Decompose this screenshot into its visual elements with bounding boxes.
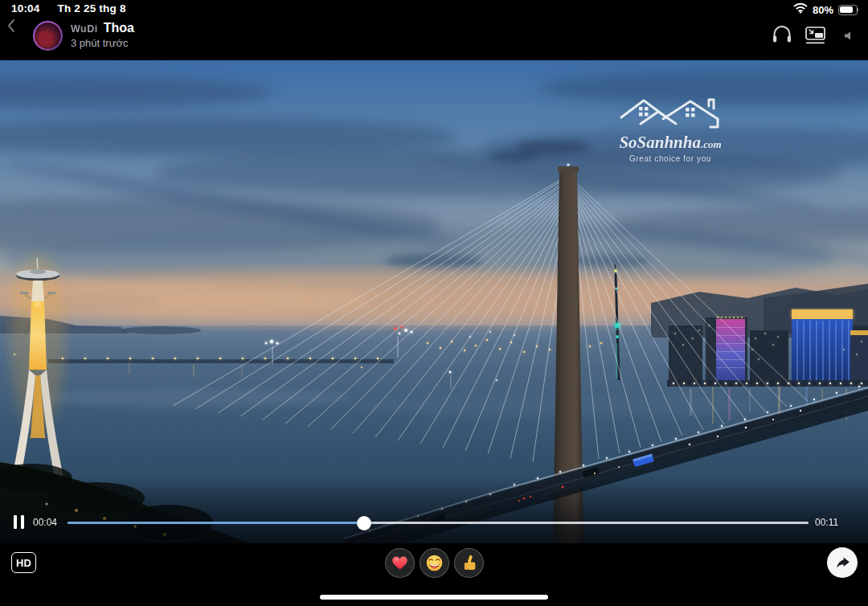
houses-logo-icon xyxy=(616,93,724,130)
video-frame-scene xyxy=(0,60,868,543)
poster-info: WuDi Thoa 3 phút trước xyxy=(71,21,134,49)
share-button[interactable] xyxy=(827,547,858,578)
controls-gradient xyxy=(0,477,868,543)
status-bar: 10:04 Th 2 25 thg 8 80% xyxy=(0,0,868,18)
status-left: 10:04 Th 2 25 thg 8 xyxy=(11,2,126,14)
battery-percent-label: 80% xyxy=(813,4,833,16)
laughing-emoji-icon xyxy=(426,555,443,571)
hd-quality-button[interactable]: HD xyxy=(11,552,36,573)
pause-button[interactable] xyxy=(14,515,24,529)
current-time-label: 00:04 xyxy=(33,517,57,528)
posted-time-label: 3 phút trước xyxy=(71,37,134,49)
volume-icon[interactable] xyxy=(844,31,854,43)
progress-played xyxy=(68,522,364,524)
picture-in-picture-icon[interactable] xyxy=(805,27,826,47)
reaction-like-button[interactable] xyxy=(454,548,484,578)
clock-label: 10:04 xyxy=(11,2,40,14)
harbor-pier xyxy=(48,359,394,363)
video-header: WuDi Thoa 3 phút trước xyxy=(0,18,868,60)
reaction-haha-button[interactable] xyxy=(420,548,449,578)
thumbs-up-icon xyxy=(461,555,477,571)
total-time-label: 00:11 xyxy=(815,517,838,528)
reaction-love-button[interactable] xyxy=(385,548,415,578)
watermark: SoSanhnha.com Great choice for you xyxy=(608,93,733,163)
battery-icon xyxy=(838,5,858,14)
back-chevron-icon[interactable] xyxy=(6,18,16,36)
watermark-brand: SoSanhnha xyxy=(619,133,701,152)
heart-icon xyxy=(391,555,408,571)
wifi-icon xyxy=(793,2,808,17)
progress-bar[interactable] xyxy=(68,522,809,524)
share-arrow-icon xyxy=(835,556,850,570)
watermark-tagline: Great choice for you xyxy=(608,154,733,163)
poster-name-prefix: WuDi xyxy=(71,23,98,35)
video-surface[interactable]: SoSanhnha.com Great choice for you 00:04… xyxy=(0,60,868,543)
progress-scrubber[interactable] xyxy=(357,516,371,530)
poster-name[interactable]: Thoa xyxy=(104,21,134,35)
avatar[interactable] xyxy=(33,21,63,51)
status-right: 80% xyxy=(793,2,858,17)
video-player-screen: 10:04 Th 2 25 thg 8 80% xyxy=(0,0,868,606)
bottom-bar: HD xyxy=(0,543,868,606)
date-label: Th 2 25 thg 8 xyxy=(57,2,125,14)
headphones-icon[interactable] xyxy=(772,25,792,46)
home-indicator[interactable] xyxy=(320,595,548,600)
watermark-domain: .com xyxy=(701,138,722,150)
